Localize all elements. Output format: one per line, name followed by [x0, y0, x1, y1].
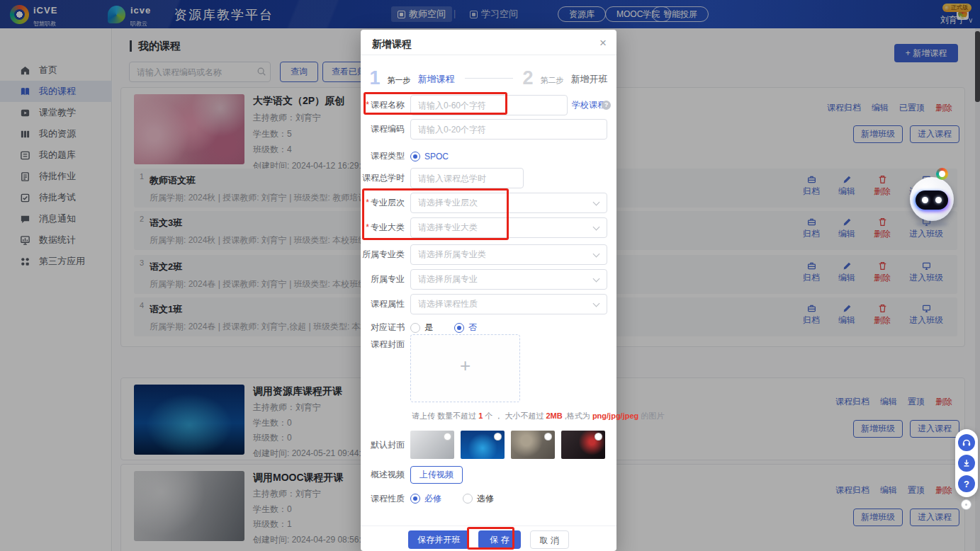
field-course-hours: 课程总学时 — [362, 168, 610, 188]
select-placeholder: 请选择所属专业 — [418, 274, 478, 284]
course-attribute-label: 课程属性 — [362, 294, 405, 314]
course-code-input[interactable] — [410, 119, 607, 140]
course-nature-options: 必修 选修 — [410, 492, 494, 506]
annotation-box-save-button — [467, 527, 514, 550]
robot-eye — [935, 197, 942, 203]
optional-radio[interactable] — [463, 494, 473, 504]
field-sub-category: 所属专业类 请选择所属专业类 — [362, 244, 610, 265]
robot-shadow — [916, 222, 948, 227]
cover-radio-icon[interactable] — [544, 433, 552, 441]
certificate-yes-label: 是 — [424, 322, 433, 334]
step2-tag: 第二步 — [541, 75, 564, 86]
chevron-down-icon — [593, 300, 600, 307]
hint-text: 个 ， 大小不超过 — [483, 411, 546, 420]
cover-radio-icon[interactable] — [494, 433, 502, 441]
helper-toolbar: ? — [955, 429, 978, 497]
annotation-box-course-name — [364, 92, 507, 115]
spoc-label: SPOC — [424, 152, 449, 161]
question-icon: ? — [964, 479, 969, 489]
sub-category-select[interactable]: 请选择所属专业类 — [410, 244, 607, 265]
icve-flower-icon — [936, 168, 948, 180]
required-label: 必修 — [424, 493, 441, 505]
default-cover-option[interactable] — [511, 431, 555, 459]
major-label: 所属专业 — [362, 269, 405, 290]
robot-face — [916, 191, 948, 210]
save-and-open-class-button[interactable]: 保存并开班 — [408, 530, 469, 549]
course-code-label: 课程编码 — [362, 119, 405, 140]
school-course-link[interactable]: 学校课程 — [572, 95, 606, 115]
course-nature-label: 课程性质 — [362, 492, 405, 506]
sub-category-label: 所属专业类 — [362, 244, 405, 265]
target-dot-icon[interactable] — [961, 499, 971, 510]
step2-number: 2 — [523, 67, 534, 89]
field-overview-video: 概述视频 上传视频 — [362, 466, 610, 484]
step2-label: 新增开班 — [571, 73, 608, 86]
certificate-no-radio[interactable] — [454, 323, 464, 333]
cancel-button[interactable]: 取 消 — [530, 530, 569, 549]
annotation-box-major-fields — [362, 188, 509, 240]
major-select[interactable]: 请选择所属专业 — [410, 269, 607, 290]
chevron-down-icon — [593, 199, 600, 206]
default-cover-option[interactable] — [461, 431, 505, 459]
optional-label: 选修 — [477, 493, 494, 505]
field-course-attribute: 课程属性 请选择课程性质 — [362, 294, 610, 314]
course-type-label: 课程类型 — [362, 146, 405, 166]
hint-text: 请上传 数量不超过 — [412, 411, 478, 420]
course-type-options: SPOC — [410, 146, 449, 166]
default-cover-label: 默认封面 — [362, 431, 405, 459]
course-hours-label: 课程总学时 — [362, 168, 405, 188]
modal-title-divider — [361, 55, 616, 55]
help-button[interactable]: ? — [958, 475, 975, 492]
step1-tag: 第一步 — [388, 75, 411, 86]
cover-radio-icon[interactable] — [444, 433, 451, 441]
hint-text: 的图片 — [638, 411, 664, 420]
field-course-code: 课程编码 — [362, 119, 610, 140]
select-placeholder: 请选择所属专业类 — [418, 249, 486, 259]
close-icon[interactable]: × — [599, 36, 607, 50]
download-button[interactable] — [958, 455, 975, 472]
step1-number: 1 — [369, 67, 380, 89]
certificate-yes-radio[interactable] — [410, 323, 420, 333]
cover-hint-row: 请上传 数量不超过 1 个 ， 大小不超过 2MB ,格式为 png/jpg/j… — [362, 411, 610, 422]
step-connector — [465, 78, 513, 79]
download-icon — [962, 458, 971, 468]
help-icon[interactable]: ? — [602, 101, 611, 110]
hint-format: png/jpg/jpeg — [592, 411, 638, 420]
ai-assistant-robot[interactable] — [910, 177, 954, 221]
headset-icon — [962, 438, 971, 448]
field-course-cover: 课程封面 + — [362, 334, 610, 402]
course-attribute-select[interactable]: 请选择课程性质 — [410, 294, 607, 314]
upload-video-button[interactable]: 上传视频 — [410, 466, 463, 484]
cover-upload-box[interactable]: + — [410, 334, 520, 402]
chevron-down-icon — [593, 276, 600, 283]
select-placeholder: 请选择课程性质 — [418, 299, 478, 309]
field-course-type: 课程类型 SPOC — [362, 146, 610, 166]
cover-upload-hint: 请上传 数量不超过 1 个 ， 大小不超过 2MB ,格式为 png/jpg/j… — [412, 411, 664, 421]
hint-text: ,格式为 — [563, 411, 592, 420]
spoc-radio[interactable] — [410, 152, 420, 161]
chevron-down-icon — [593, 224, 600, 231]
modal-title: 新增课程 — [372, 38, 412, 51]
overview-video-label: 概述视频 — [362, 466, 405, 484]
default-cover-option[interactable] — [561, 431, 605, 459]
field-major: 所属专业 请选择所属专业 — [362, 269, 610, 290]
cover-radio-icon[interactable] — [595, 433, 602, 441]
field-default-cover: 默认封面 — [362, 431, 610, 459]
course-hours-input[interactable] — [410, 168, 524, 188]
course-cover-label: 课程封面 — [362, 334, 405, 355]
robot-eye — [922, 197, 928, 203]
customer-service-button[interactable] — [958, 434, 975, 451]
step1-label: 新增课程 — [418, 73, 455, 86]
plus-icon: + — [411, 355, 519, 377]
required-radio[interactable] — [410, 494, 420, 504]
default-cover-option[interactable] — [410, 431, 454, 459]
certificate-no-label: 否 — [468, 322, 477, 334]
chevron-down-icon — [593, 251, 600, 258]
step-indicator: 1 第一步 新增课程 2 第二步 新增开班 — [361, 65, 616, 91]
field-course-nature: 课程性质 必修 选修 — [362, 492, 610, 506]
hint-size: 2MB — [546, 411, 562, 420]
